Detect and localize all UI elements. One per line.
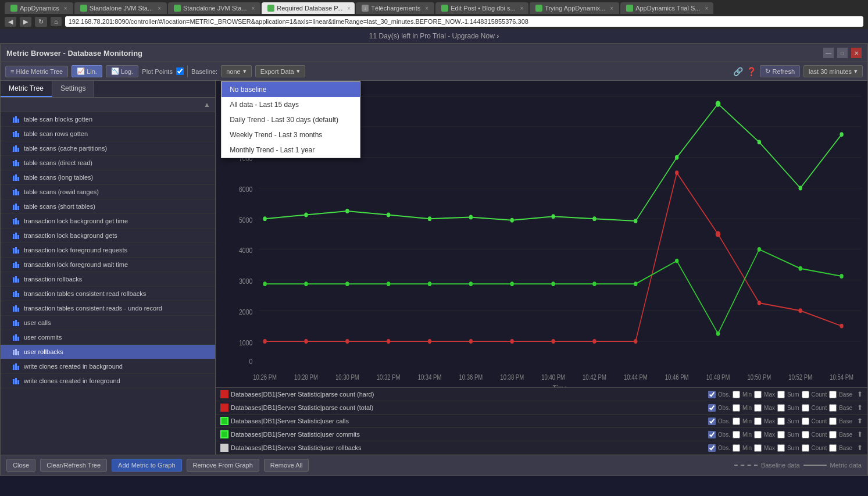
legend-export-4[interactable]: ⬆ — [857, 444, 863, 452]
legend-export-1[interactable]: ⬆ — [857, 404, 863, 412]
metric-item-txn-rollbacks[interactable]: transaction rollbacks — [1, 272, 215, 287]
baseline-dropdown-button[interactable]: none ▾ — [221, 65, 251, 77]
hide-metric-tree-button[interactable]: ≡ Hide Metric Tree — [5, 66, 68, 77]
legend-min-checkbox-1[interactable] — [733, 404, 740, 412]
legend-count-checkbox-1[interactable] — [802, 404, 809, 412]
metric-item-txn-lock-fg-requests[interactable]: transaction lock foreground requests — [1, 243, 215, 258]
clear-refresh-button[interactable]: Clear/Refresh Tree — [40, 459, 107, 472]
remove-from-graph-button[interactable]: Remove From Graph — [187, 459, 259, 472]
tab-appdynamics[interactable]: AppDynamics × — [5, 2, 73, 14]
legend-count-checkbox-4[interactable] — [802, 444, 809, 452]
baseline-option-weekly[interactable]: Weekly Trend - Last 3 months — [222, 127, 360, 142]
legend-max-checkbox-0[interactable] — [754, 391, 762, 398]
legend-export-2[interactable]: ⬆ — [857, 417, 863, 425]
baseline-option-no-baseline[interactable]: No baseline — [222, 82, 360, 97]
legend-base-checkbox-0[interactable] — [829, 391, 837, 398]
home-button[interactable]: ⌂ — [51, 17, 62, 26]
baseline-option-daily[interactable]: Daily Trend - Last 30 days (default) — [222, 112, 360, 127]
legend-export-0[interactable]: ⬆ — [857, 390, 863, 398]
metric-item-txn-lock-fg-wait[interactable]: transaction lock foreground wait time — [1, 258, 215, 272]
svg-text:0: 0 — [249, 357, 253, 366]
plot-points-checkbox[interactable] — [176, 67, 184, 75]
left-panel: Metric Tree Settings ▲ table scan blocks… — [1, 81, 216, 455]
remove-all-button[interactable]: Remove All — [264, 459, 309, 472]
legend-obs-checkbox-1[interactable] — [708, 404, 716, 412]
baseline-option-monthly[interactable]: Monthly Trend - Last 1 year — [222, 142, 360, 158]
legend-obs-checkbox-3[interactable] — [708, 431, 716, 438]
section-header[interactable]: ▲ — [1, 98, 215, 112]
legend-obs-checkbox-0[interactable] — [708, 391, 716, 398]
legend-count-checkbox-0[interactable] — [802, 391, 809, 398]
link-icon[interactable]: 🔗 — [733, 67, 743, 76]
export-data-button[interactable]: Export Data ▾ — [255, 65, 305, 77]
legend-sum-checkbox-2[interactable] — [777, 418, 785, 425]
metric-item-table-scans-direct[interactable]: table scans (direct read) — [1, 156, 215, 170]
tab-downloads[interactable]: ↓ Téléchargements × — [356, 2, 434, 14]
legend-sum-checkbox-0[interactable] — [777, 391, 785, 398]
metric-item-user-rollbacks[interactable]: user rollbacks — [1, 345, 215, 359]
metric-item-table-scans-cache[interactable]: table scans (cache partitions) — [1, 141, 215, 156]
svg-point-130 — [551, 214, 555, 219]
legend-max-checkbox-4[interactable] — [754, 444, 762, 452]
metric-item-table-scans-short[interactable]: table scans (short tables) — [1, 199, 215, 214]
metric-item-txn-tables-read-rollbacks[interactable]: transaction tables consistent read rollb… — [1, 287, 215, 301]
window-close-button[interactable]: ✕ — [851, 48, 862, 58]
legend-sum-checkbox-4[interactable] — [777, 444, 785, 452]
help-icon[interactable]: ❓ — [746, 67, 756, 76]
legend-obs-checkbox-2[interactable] — [708, 418, 716, 425]
tab-blog[interactable]: Edit Post • Blog dbi s... × — [435, 2, 528, 14]
add-metric-button[interactable]: Add Metric to Graph — [112, 459, 181, 472]
tab-jvm1[interactable]: Standalone JVM Sta... × — [74, 2, 167, 14]
metric-item-table-scan-blocks[interactable]: table scan blocks gotten — [1, 112, 215, 127]
metric-item-table-scans-long[interactable]: table scans (long tables) — [1, 170, 215, 185]
legend-min-checkbox-3[interactable] — [733, 431, 740, 438]
legend-count-checkbox-2[interactable] — [802, 418, 809, 425]
time-range-button[interactable]: last 30 minutes ▾ — [803, 65, 863, 77]
legend-sum-checkbox-1[interactable] — [777, 404, 785, 412]
legend-obs-label-4: Obs. — [718, 445, 730, 451]
metric-item-txn-lock-bg-get-time[interactable]: transaction lock background get time — [1, 214, 215, 229]
legend-sum-checkbox-3[interactable] — [777, 431, 785, 438]
legend-color-4 — [220, 444, 228, 452]
metric-item-table-scans-rowid[interactable]: table scans (rowid ranges) — [1, 185, 215, 199]
tab-metric-tree[interactable]: Metric Tree — [1, 81, 52, 97]
tab-jvm2[interactable]: Standalone JVM Sta... × — [168, 2, 260, 14]
tab-trying[interactable]: Trying AppDynamix... × — [530, 2, 619, 14]
tab-settings[interactable]: Settings — [52, 81, 94, 97]
metric-item-txn-tables-reads-undo[interactable]: transaction tables consistent reads - un… — [1, 301, 215, 316]
legend-min-checkbox-2[interactable] — [733, 418, 740, 425]
legend-base-checkbox-4[interactable] — [829, 444, 837, 452]
tab-required-db[interactable]: Required Database P... × — [262, 2, 355, 14]
legend-max-checkbox-3[interactable] — [754, 431, 762, 438]
svg-point-106 — [799, 308, 802, 313]
tab-trial[interactable]: AppDynamics Trial S... × — [620, 2, 713, 14]
window-minimize-button[interactable]: — — [823, 48, 834, 58]
metric-item-user-commits[interactable]: user commits — [1, 330, 215, 345]
legend-count-checkbox-3[interactable] — [802, 431, 809, 438]
lin-button[interactable]: 📈 Lin. — [72, 65, 102, 77]
metric-item-txn-lock-bg-gets[interactable]: transaction lock background gets — [1, 229, 215, 243]
legend-base-checkbox-3[interactable] — [829, 431, 837, 438]
forward-button[interactable]: ▶ — [20, 17, 31, 27]
metric-item-user-calls[interactable]: user calls — [1, 316, 215, 330]
panel-tabs: Metric Tree Settings — [1, 81, 215, 98]
legend-export-3[interactable]: ⬆ — [857, 430, 863, 438]
legend-min-checkbox-4[interactable] — [733, 444, 740, 452]
back-button[interactable]: ◀ — [5, 17, 16, 27]
log-button[interactable]: 📉 Log. — [106, 65, 138, 77]
legend-min-checkbox-0[interactable] — [733, 391, 740, 398]
metric-item-write-clones-fg[interactable]: write clones created in foreground — [1, 374, 215, 388]
refresh-button[interactable]: ↻ Refresh — [760, 65, 800, 77]
metric-item-table-scan-rows[interactable]: table scan rows gotten — [1, 127, 215, 141]
close-button[interactable]: Close — [6, 459, 35, 472]
legend-max-checkbox-1[interactable] — [754, 404, 762, 412]
window-maximize-button[interactable]: □ — [837, 48, 848, 58]
reload-button[interactable]: ↻ — [35, 17, 47, 27]
legend-base-checkbox-2[interactable] — [829, 418, 837, 425]
legend-base-checkbox-1[interactable] — [829, 404, 837, 412]
address-input[interactable] — [65, 16, 863, 27]
baseline-option-all-data[interactable]: All data - Last 15 days — [222, 97, 360, 112]
metric-item-write-clones-bg[interactable]: write clones created in background — [1, 359, 215, 374]
legend-max-checkbox-2[interactable] — [754, 418, 762, 425]
legend-obs-checkbox-4[interactable] — [708, 444, 716, 452]
